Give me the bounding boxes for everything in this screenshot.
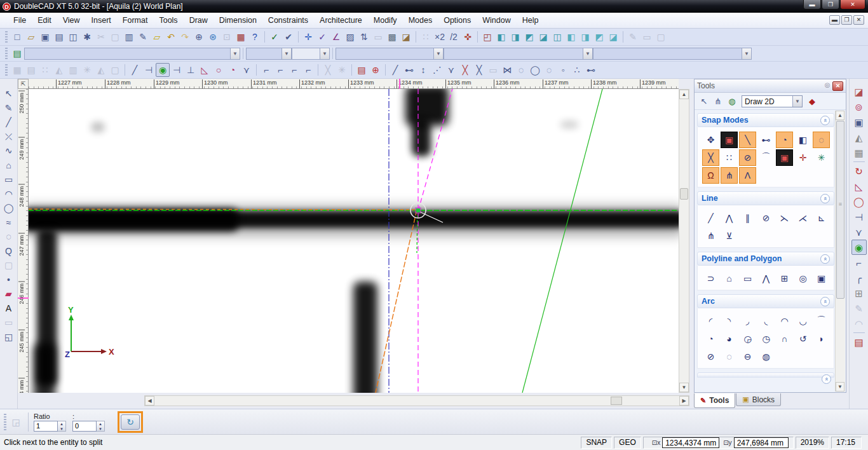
snap-x-icon[interactable]: ╳ bbox=[472, 63, 486, 77]
menu-insert[interactable]: Insert bbox=[86, 14, 117, 27]
scroll-up-button[interactable]: ▲ bbox=[836, 111, 844, 120]
mdi-close-button[interactable]: ✕ bbox=[853, 15, 864, 25]
collapse-chevron-icon[interactable]: « bbox=[820, 254, 830, 264]
toolbar-grip[interactable] bbox=[4, 414, 6, 430]
snap-quadrant-icon[interactable]: ◧ bbox=[794, 132, 811, 148]
bisector-line-icon[interactable]: ⊻ bbox=[721, 228, 738, 244]
rectangle-icon[interactable]: ▭ bbox=[739, 270, 756, 287]
menu-tools[interactable]: Tools bbox=[153, 14, 183, 27]
circle-modify-icon[interactable]: ◯ bbox=[851, 194, 867, 209]
snap-vertical-icon[interactable]: ↕ bbox=[416, 63, 430, 77]
spline-tool-icon[interactable]: ≈ bbox=[2, 215, 16, 229]
snap-verify-icon[interactable]: ▣ bbox=[776, 149, 793, 166]
view-front-icon[interactable]: ◧ bbox=[494, 30, 508, 44]
toolbar-grip[interactable] bbox=[5, 48, 8, 59]
save-file-icon[interactable]: ▣ bbox=[38, 30, 52, 44]
calculator-icon[interactable]: ▦ bbox=[234, 30, 248, 44]
arc-center-begin-end-icon[interactable]: ◝ bbox=[721, 313, 738, 329]
arc-elliptical-icon[interactable]: ⌒ bbox=[813, 313, 830, 329]
polygon-tool-icon[interactable]: ⌂ bbox=[2, 158, 16, 172]
paste-icon[interactable]: ▥ bbox=[122, 30, 136, 44]
spell-check-icon[interactable]: ✓ bbox=[268, 30, 281, 44]
arc-center-radius-icon[interactable]: ◕ bbox=[721, 331, 738, 347]
text-tool-icon[interactable]: A bbox=[2, 301, 16, 315]
print-red-icon[interactable]: ▤ bbox=[851, 334, 867, 350]
spinner-arrows[interactable]: ▲▼ bbox=[97, 421, 105, 432]
chevron-down-icon[interactable]: ▼ bbox=[433, 48, 443, 59]
bounding-polygon-icon[interactable]: ⊞ bbox=[776, 270, 793, 287]
scroll-down-button[interactable]: ▼ bbox=[836, 382, 844, 392]
explode-entity-icon[interactable]: ⊞ bbox=[851, 285, 867, 301]
trim-icon[interactable]: ◺ bbox=[851, 179, 867, 194]
view-top-icon[interactable]: ◫ bbox=[550, 30, 564, 44]
chamfer-icon[interactable]: ⌐ bbox=[851, 255, 867, 270]
polyline-tool-icon[interactable]: ∿ bbox=[2, 144, 16, 158]
parallel-line-icon[interactable]: ∥ bbox=[739, 210, 756, 226]
view-back-icon[interactable]: ◨ bbox=[508, 30, 522, 44]
view-iso-ne-icon[interactable]: ◨ bbox=[578, 30, 592, 44]
zoom-world-icon[interactable]: ⊛ bbox=[206, 30, 220, 44]
print-icon[interactable]: ▤ bbox=[52, 30, 66, 44]
menu-options[interactable]: Options bbox=[438, 14, 477, 27]
style-combo[interactable]: ▼ bbox=[246, 48, 292, 60]
corner-trim-icon[interactable]: ⌐ bbox=[259, 63, 273, 77]
ruler-origin-button[interactable]: ⇱ bbox=[18, 79, 29, 89]
circle-tool-icon[interactable]: ◯ bbox=[2, 201, 16, 215]
snap-toggle[interactable]: SNAP bbox=[581, 437, 612, 449]
sketch-pen-icon[interactable]: ✎ bbox=[2, 101, 16, 115]
view-right-icon[interactable]: ◪ bbox=[536, 30, 550, 44]
scroll-left-button[interactable]: ◀ bbox=[145, 396, 154, 406]
linetype-combo[interactable]: ▼ bbox=[444, 48, 593, 60]
geo-toggle[interactable]: GEO bbox=[614, 437, 641, 449]
collapse-chevron-icon[interactable]: « bbox=[822, 374, 831, 384]
panel-scroll-thumb[interactable] bbox=[836, 121, 844, 299]
menu-format[interactable]: Format bbox=[117, 14, 154, 27]
fan-split-icon[interactable]: ⋎ bbox=[240, 63, 254, 77]
snap-segment-icon[interactable]: ⊷ bbox=[402, 63, 416, 77]
arc-tool-icon[interactable]: ◠ bbox=[2, 187, 16, 201]
ratio-apply-button[interactable]: ↻ bbox=[121, 414, 140, 430]
chevron-down-icon[interactable]: ▼ bbox=[320, 48, 329, 59]
arc-split-icon[interactable]: ◔ bbox=[226, 63, 240, 77]
ucs-cube-icon[interactable]: ◰ bbox=[480, 30, 494, 44]
menu-draw[interactable]: Draw bbox=[184, 14, 214, 27]
snap-end-icon[interactable]: ⊷ bbox=[584, 63, 598, 77]
snap-tangent-icon[interactable]: ⊘ bbox=[739, 149, 756, 166]
menu-view[interactable]: View bbox=[57, 14, 86, 27]
menu-edit[interactable]: Edit bbox=[32, 14, 57, 27]
irregular-polygon-icon[interactable]: ⋀ bbox=[757, 270, 775, 287]
snap-arc-line-icon[interactable]: ⌒ bbox=[757, 149, 775, 166]
drawing-canvas[interactable]: Y Z X bbox=[29, 89, 679, 393]
constraint-toggle-icon[interactable]: ⇅ bbox=[357, 30, 371, 44]
tab-blocks[interactable]: ▣ Blocks bbox=[736, 393, 781, 406]
ratio-numerator-input[interactable] bbox=[34, 421, 58, 432]
toolbar-grip[interactable] bbox=[5, 64, 8, 76]
scale-combo[interactable]: ▼ bbox=[593, 48, 752, 60]
snap-nearest-icon[interactable]: ╲ bbox=[739, 132, 756, 148]
arc-filled-icon[interactable]: ◍ bbox=[757, 348, 775, 365]
view-bottom-icon[interactable]: ◧ bbox=[564, 30, 578, 44]
menu-modes[interactable]: Modes bbox=[403, 14, 438, 27]
panel-scrollbar[interactable]: ▲ ▼ bbox=[835, 111, 845, 392]
arc-sketch-icon[interactable]: ◷ bbox=[757, 331, 775, 347]
snap-circle-dashed-icon[interactable]: ◌ bbox=[514, 63, 528, 77]
rectangle-tool-icon[interactable]: ▭ bbox=[2, 172, 16, 186]
chevron-down-icon[interactable]: ▼ bbox=[792, 96, 802, 107]
coordinate-system-icon[interactable]: ✛ bbox=[301, 30, 315, 44]
array-icon[interactable]: ▦ bbox=[851, 145, 867, 160]
eraser-icon[interactable]: ◪ bbox=[851, 84, 867, 99]
zoom-in-icon[interactable]: ⊕ bbox=[192, 30, 206, 44]
snap-crossing-icon[interactable]: ╳ bbox=[702, 149, 719, 166]
corner-fillet-icon[interactable]: ⌐ bbox=[273, 63, 287, 77]
vertical-scrollbar[interactable]: ▲ ▼ bbox=[679, 89, 689, 393]
view-iso-nw-icon[interactable]: ◩ bbox=[592, 30, 606, 44]
close-button[interactable]: ✕ bbox=[840, 0, 865, 10]
select-arrow-icon[interactable]: ↖ bbox=[697, 94, 711, 108]
arc-tangent-line-icon[interactable]: ◞ bbox=[739, 313, 756, 329]
split-entity-active-icon[interactable]: ◉ bbox=[851, 240, 867, 255]
snap-circle-icon[interactable]: ◯ bbox=[528, 63, 542, 77]
break-gap-icon[interactable]: ⊣ bbox=[170, 63, 184, 77]
snap-pick-icon[interactable]: ⋔ bbox=[711, 94, 725, 108]
snap-divide-icon[interactable]: ✛ bbox=[794, 149, 811, 166]
menu-dimension[interactable]: Dimension bbox=[214, 14, 262, 27]
